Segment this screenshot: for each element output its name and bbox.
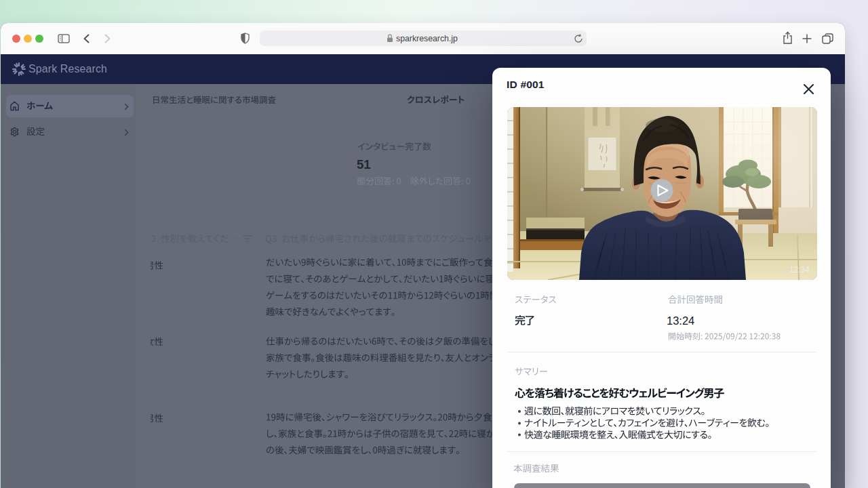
svg-text:12:34: 12:34	[789, 265, 810, 274]
